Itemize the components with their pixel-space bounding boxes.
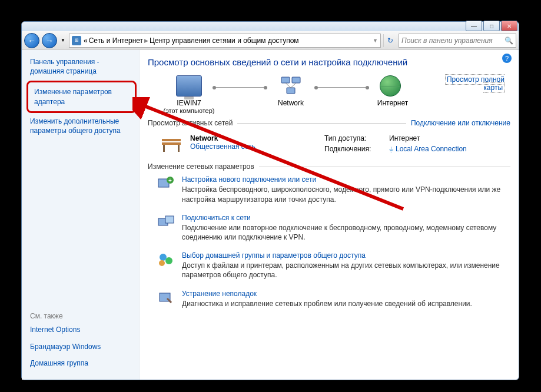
task-desc: Диагностика и исправление сетевых пробле… bbox=[182, 299, 472, 308]
wizard-icon: + bbox=[157, 175, 175, 192]
svg-point-14 bbox=[160, 254, 167, 261]
task-link[interactable]: Выбор домашней группы и параметров общег… bbox=[182, 251, 510, 260]
map-node-network: Network bbox=[255, 75, 326, 107]
breadcrumb-item[interactable]: Сеть и Интернет bbox=[89, 36, 143, 45]
connections-label: Подключения: bbox=[324, 145, 389, 153]
sidebar-item-home[interactable]: Панель управления - домашняя страница bbox=[30, 57, 134, 76]
sidebar-item-firewall[interactable]: Брандмауэр Windows bbox=[30, 342, 134, 351]
active-network-row: Network Общественная сеть Тип доступа: И… bbox=[148, 132, 510, 159]
access-type-label: Тип доступа: bbox=[324, 134, 389, 142]
titlebar-button-group: — □ ✕ bbox=[466, 21, 517, 31]
map-node-this-computer: IEWIN7 (этот компьютер) bbox=[154, 75, 224, 114]
view-full-map-link[interactable]: Просмотр полной карты bbox=[445, 74, 505, 93]
connect-icon bbox=[157, 214, 175, 230]
close-button[interactable]: ✕ bbox=[501, 21, 517, 31]
task-link[interactable]: Устранение неполадок bbox=[182, 290, 472, 298]
map-label: Интернет bbox=[377, 99, 408, 107]
connection-link[interactable]: ⏚ Local Area Connection bbox=[389, 145, 510, 153]
ethernet-icon: ⏚ bbox=[389, 145, 393, 153]
svg-rect-13 bbox=[165, 216, 174, 223]
breadcrumb-prefix: « bbox=[84, 36, 88, 45]
breadcrumb-item[interactable]: Центр управления сетями и общим доступом bbox=[150, 36, 299, 45]
sidebar: Панель управления - домашняя страница Из… bbox=[22, 50, 140, 380]
map-sublabel: (этот компьютер) bbox=[163, 107, 214, 114]
sidebar-item-sharing-settings[interactable]: Изменить дополнительные параметры общего… bbox=[30, 117, 134, 135]
map-node-internet: Интернет bbox=[357, 75, 428, 107]
page-title: Просмотр основных сведений о сети и наст… bbox=[148, 57, 510, 67]
svg-text:+: + bbox=[168, 177, 172, 184]
window-titlebar: — □ ✕ bbox=[22, 22, 519, 31]
network-type-link[interactable]: Общественная сеть bbox=[190, 142, 255, 151]
control-panel-window: — □ ✕ ← → ▼ ⊞ « Сеть и Интернет ▶ Центр … bbox=[21, 21, 519, 380]
svg-rect-2 bbox=[287, 88, 295, 94]
breadcrumb: « Сеть и Интернет ▶ Центр управления сет… bbox=[84, 36, 299, 45]
svg-line-3 bbox=[286, 83, 291, 88]
bench-icon bbox=[160, 134, 183, 153]
task-troubleshoot: Устранение неполадок Диагностика и испра… bbox=[157, 290, 510, 308]
troubleshoot-icon bbox=[157, 290, 175, 306]
chevron-down-icon[interactable]: ▼ bbox=[373, 38, 378, 44]
sidebar-item-adapter-settings[interactable]: Изменение параметров адаптера bbox=[26, 81, 137, 112]
minimize-button[interactable]: — bbox=[466, 21, 482, 31]
task-link[interactable]: Настройка нового подключения или сети bbox=[182, 175, 510, 184]
recent-pages-dropdown[interactable]: ▼ bbox=[59, 35, 67, 46]
back-button[interactable]: ← bbox=[24, 33, 39, 48]
svg-point-16 bbox=[159, 260, 165, 266]
see-also-label: См. также bbox=[30, 312, 134, 320]
svg-rect-5 bbox=[162, 139, 181, 141]
task-desc: Настройка беспроводного, широкополосного… bbox=[182, 185, 510, 204]
help-icon[interactable]: ? bbox=[502, 54, 512, 63]
svg-rect-6 bbox=[162, 142, 181, 145]
task-link[interactable]: Подключиться к сети bbox=[182, 214, 510, 222]
active-networks-header: Просмотр активных сетей Подключение или … bbox=[148, 119, 510, 127]
svg-rect-1 bbox=[292, 77, 300, 83]
map-label: Network bbox=[278, 99, 304, 107]
computer-icon bbox=[176, 75, 202, 97]
body-area: Панель управления - домашняя страница Из… bbox=[22, 50, 519, 380]
connection-name: Local Area Connection bbox=[396, 145, 467, 153]
section-title: Изменение сетевых параметров bbox=[148, 162, 254, 171]
map-connector bbox=[314, 87, 369, 88]
sidebar-item-internet-options[interactable]: Internet Options bbox=[30, 325, 134, 334]
svg-point-15 bbox=[165, 257, 172, 264]
map-label: IEWIN7 bbox=[177, 99, 201, 107]
task-connect-network: Подключиться к сети Подключение или повт… bbox=[157, 214, 510, 242]
content-pane: ? Просмотр основных сведений о сети и на… bbox=[140, 50, 519, 380]
svg-rect-8 bbox=[178, 145, 180, 152]
access-type-value: Интернет bbox=[389, 134, 510, 142]
search-icon[interactable]: 🔍 bbox=[505, 36, 513, 45]
task-new-connection: + Настройка нового подключения или сети … bbox=[157, 175, 510, 204]
forward-button[interactable]: → bbox=[42, 33, 57, 48]
network-name: Network bbox=[190, 134, 255, 142]
navigation-bar: ← → ▼ ⊞ « Сеть и Интернет ▶ Центр управл… bbox=[22, 31, 519, 50]
map-connector bbox=[213, 87, 267, 88]
network-map: IEWIN7 (этот компьютер) Networ bbox=[148, 75, 510, 114]
homegroup-icon bbox=[157, 251, 175, 268]
task-desc: Доступ к файлам и принтерам, расположенн… bbox=[182, 261, 510, 280]
chevron-right-icon: ▶ bbox=[144, 38, 148, 44]
task-list: + Настройка нового подключения или сети … bbox=[148, 175, 510, 308]
svg-rect-0 bbox=[281, 77, 290, 83]
network-settings-header: Изменение сетевых параметров bbox=[148, 162, 510, 171]
control-panel-icon: ⊞ bbox=[72, 36, 81, 45]
section-title: Просмотр активных сетей bbox=[148, 119, 233, 127]
sidebar-item-homegroup[interactable]: Домашняя группа bbox=[30, 358, 134, 368]
svg-line-4 bbox=[291, 83, 296, 88]
task-homegroup: Выбор домашней группы и параметров общег… bbox=[157, 251, 510, 280]
connect-disconnect-link[interactable]: Подключение или отключение bbox=[411, 119, 510, 127]
maximize-button[interactable]: □ bbox=[483, 21, 500, 31]
network-icon bbox=[278, 75, 304, 97]
refresh-button[interactable]: ↻ bbox=[383, 34, 396, 47]
search-input[interactable] bbox=[401, 36, 505, 45]
task-desc: Подключение или повторное подключение к … bbox=[182, 223, 510, 242]
svg-rect-7 bbox=[163, 145, 165, 152]
globe-icon bbox=[380, 75, 406, 97]
address-bar[interactable]: ⊞ « Сеть и Интернет ▶ Центр управления с… bbox=[69, 34, 381, 48]
search-box[interactable]: 🔍 bbox=[399, 34, 516, 48]
